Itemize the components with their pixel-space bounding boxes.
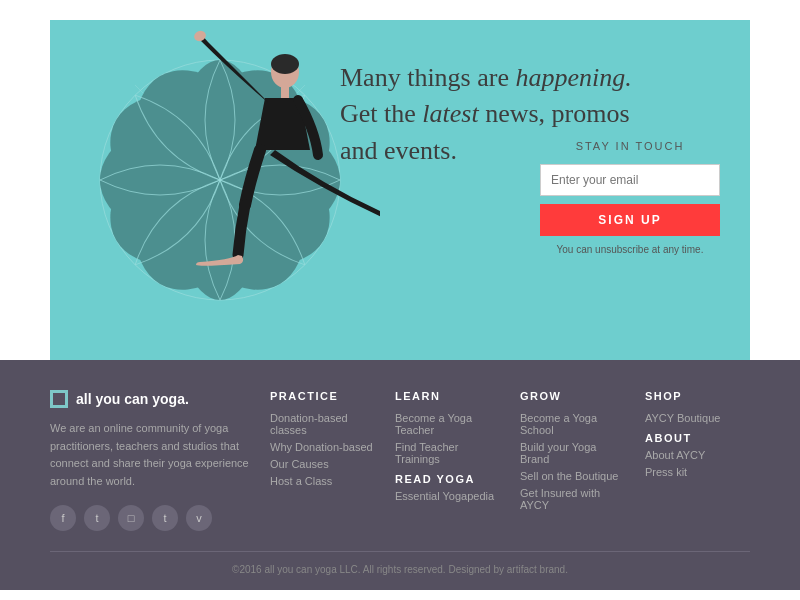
build-brand-link[interactable]: Build your Yoga Brand [520,441,625,465]
host-class-link[interactable]: Host a Class [270,475,375,487]
footer-col-learn: LEARN Become a Yoga Teacher Find Teacher… [375,390,500,531]
svg-rect-19 [281,86,289,98]
logo-text: all you can yoga. [76,391,189,407]
sell-boutique-link[interactable]: Sell on the Boutique [520,470,625,482]
signup-form: STAY IN TOUCH SIGN UP You can unsubscrib… [540,140,720,255]
why-donation-link[interactable]: Why Donation-based [270,441,375,453]
yogapedia-link[interactable]: Essential Yogapedia [395,490,500,502]
become-school-link[interactable]: Become a Yoga School [520,412,625,436]
social-icons-group: f t □ t v [50,505,250,531]
tumblr-icon[interactable]: t [152,505,178,531]
stay-in-touch-label: STAY IN TOUCH [540,140,720,152]
footer-top: all you can yoga. We are an online commu… [50,390,750,531]
insured-link[interactable]: Get Insured with AYCY [520,487,625,511]
brand-description: We are an online community of yoga pract… [50,420,250,490]
become-teacher-link[interactable]: Become a Yoga Teacher [395,412,500,436]
svg-point-18 [271,54,299,74]
instagram-icon[interactable]: □ [118,505,144,531]
learn-title: LEARN [395,390,500,402]
boutique-link[interactable]: AYCY Boutique [645,412,750,424]
donation-classes-link[interactable]: Donation-based classes [270,412,375,436]
unsubscribe-text: You can unsubscribe at any time. [540,244,720,255]
footer-col-practice: PRACTICE Donation-based classes Why Dona… [250,390,375,531]
logo-square-icon [50,390,68,408]
about-title: ABOUT [645,432,750,444]
facebook-icon[interactable]: f [50,505,76,531]
footer-logo: all you can yoga. [50,390,250,408]
footer-copyright: ©2016 all you can yoga LLC. All rights r… [50,551,750,575]
read-yoga-title: READ YOGA [395,473,500,485]
about-aycy-link[interactable]: About AYCY [645,449,750,461]
hero-section: Many things are happening. Get the lates… [50,20,750,360]
find-trainings-link[interactable]: Find Teacher Trainings [395,441,500,465]
footer-col-grow: GROW Become a Yoga School Build your Yog… [500,390,625,531]
press-kit-link[interactable]: Press kit [645,466,750,478]
shop-title: SHOP [645,390,750,402]
grow-title: GROW [520,390,625,402]
email-input[interactable] [540,164,720,196]
our-causes-link[interactable]: Our Causes [270,458,375,470]
footer-col-shop: SHOP AYCY Boutique ABOUT About AYCY Pres… [625,390,750,531]
twitter-icon[interactable]: t [84,505,110,531]
yoga-person-image [100,20,380,360]
footer-brand: all you can yoga. We are an online commu… [50,390,250,531]
sign-up-button[interactable]: SIGN UP [540,204,720,236]
footer: all you can yoga. We are an online commu… [0,360,800,590]
practice-title: PRACTICE [270,390,375,402]
vimeo-icon[interactable]: v [186,505,212,531]
footer-columns: PRACTICE Donation-based classes Why Dona… [250,390,750,531]
